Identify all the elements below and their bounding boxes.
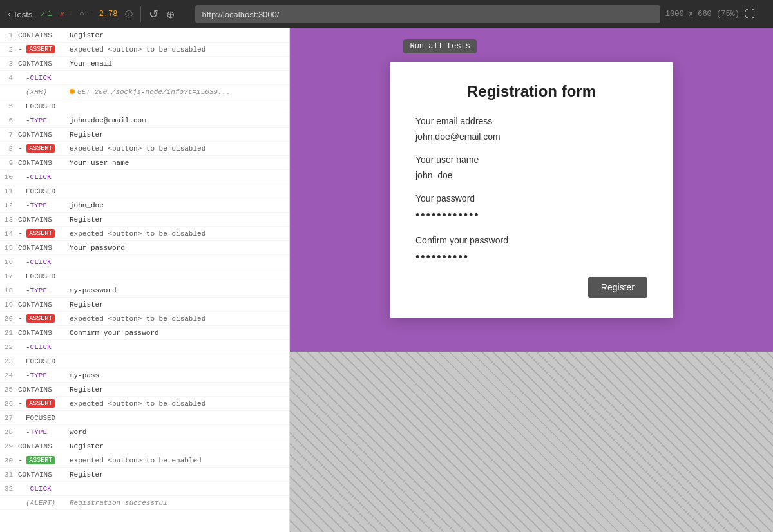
log-content: Register [70,216,289,223]
log-line: 2- ASSERTexpected <button> to be disable… [0,43,289,57]
log-type: -TYPE [18,372,70,379]
toolbar-left: ‹ Tests ✓ 1 ✗ — ○ — 2.78 ⓘ ↺ Run all tes… [8,6,175,22]
log-line: 26- ASSERTexpected <button> to be disabl… [0,397,289,411]
main-content: 1CONTAINSRegister2- ASSERTexpected <butt… [0,28,773,532]
line-number: 9 [0,159,18,167]
log-line: 11FOCUSED [0,184,289,198]
form-actions: Register [415,277,647,298]
log-line: 4-CLICK [0,71,289,85]
line-number: 32 [0,485,18,493]
log-content: Register [70,32,289,39]
log-type: CONTAINS [18,471,70,479]
line-number: 29 [0,442,18,450]
registration-form-card: Registration form Your email address joh… [390,62,673,318]
time-stat: 2.78 [99,10,118,19]
tests-label: Tests [13,10,32,19]
log-line: 27FOCUSED [0,411,289,425]
line-number: 8 [0,145,18,153]
log-type: -TYPE [18,428,70,436]
log-content: my-password [70,287,289,294]
log-type: CONTAINS [18,329,70,337]
log-line: 28-TYPEword [0,425,289,439]
line-number: 30 [0,457,18,464]
log-line: 31CONTAINSRegister [0,468,289,482]
log-type: - ASSERT [18,144,70,153]
log-content: expected <button> to be disabled [70,400,289,408]
test-panel: 1CONTAINSRegister2- ASSERTexpected <butt… [0,28,290,532]
log-type: -CLICK [18,343,70,351]
log-line: 5FOCUSED [0,99,289,113]
log-content: Registration successful [70,499,167,507]
browser-panel: Registration form Your email address joh… [290,28,773,532]
username-value: john_doe [415,167,647,183]
expand-icon[interactable]: ⛶ [745,8,755,20]
log-type: - ASSERT [18,314,70,323]
assert-badge: ASSERT [26,45,55,53]
log-content: Your email [70,60,289,68]
password-dots: •••••••••••• [415,206,647,225]
url-bar-container: 1000 x 660 (75%) ⛶ [195,5,755,23]
pass-count: 1 [48,10,52,19]
assert-badge: ASSERT [26,399,55,408]
log-type: - ASSERT [18,456,70,464]
line-number: 10 [0,173,18,181]
username-label: Your user name [415,155,647,165]
log-line: 3CONTAINSYour email [0,57,289,71]
log-line: 1CONTAINSRegister [0,28,289,43]
line-number: 14 [0,230,18,238]
line-number: 11 [0,187,18,195]
tests-back-button[interactable]: ‹ Tests [8,10,32,19]
run-all-button[interactable]: ↺ [149,7,158,21]
info-stat: ⓘ [125,9,133,20]
log-content: Your password [70,244,289,252]
log-type: FOCUSED [18,187,70,195]
log-type: CONTAINS [18,216,70,223]
fail-stat: ✗ — [60,10,72,19]
run-all-container: ↺ Run all tests [149,7,158,21]
line-number: 25 [0,386,18,394]
log-line: 20- ASSERTexpected <button> to be disabl… [0,312,289,326]
log-content: Register [70,442,289,450]
viewport-info: 1000 x 660 (75%) [665,10,740,19]
register-button[interactable]: Register [588,277,647,298]
log-content: Confirm your password [70,329,289,337]
url-input[interactable] [195,5,660,23]
navigate-button[interactable]: ⊕ [166,8,175,21]
log-type: -CLICK [18,485,70,493]
line-number: 3 [0,60,18,68]
log-line: 32-CLICK [0,482,289,496]
line-number: 31 [0,471,18,479]
divider [140,6,141,22]
line-number: 5 [0,102,18,110]
line-number: 21 [0,329,18,337]
log-line: 22-CLICK [0,340,289,354]
line-number: 20 [0,315,18,323]
fail-count: — [67,10,72,19]
log-line: 17FOCUSED [0,269,289,283]
browser-content-top: Registration form Your email address joh… [290,28,773,352]
log-type: -CLICK [18,258,70,266]
log-line: 7CONTAINSRegister [0,128,289,142]
log-type: CONTAINS [18,386,70,394]
log-line: 30- ASSERTexpected <button> to be enable… [0,453,289,468]
toolbar: ‹ Tests ✓ 1 ✗ — ○ — 2.78 ⓘ ↺ Run all tes… [0,0,773,28]
password-label: Your password [415,193,647,204]
log-line: 16-CLICK [0,255,289,269]
log-line: 6-TYPEjohn.doe@email.com [0,113,289,128]
log-type: (XHR) [18,88,70,96]
password-group: Your password •••••••••••• [415,193,647,225]
pending-stat: ○ — [79,10,91,19]
line-number: 2 [0,46,18,53]
log-content: Register [70,131,289,138]
line-number: 12 [0,202,18,209]
chevron-left-icon: ‹ [8,10,10,19]
log-type: FOCUSED [18,272,70,280]
email-value: john.doe@email.com [415,129,647,144]
log-line: 15CONTAINSYour password [0,241,289,255]
log-content: word [70,428,289,436]
log-line: 18-TYPEmy-password [0,283,289,298]
log-type: -CLICK [18,74,70,82]
line-number: 18 [0,287,18,294]
log-content: expected <button> to be disabled [70,230,289,238]
line-number: 26 [0,400,18,408]
